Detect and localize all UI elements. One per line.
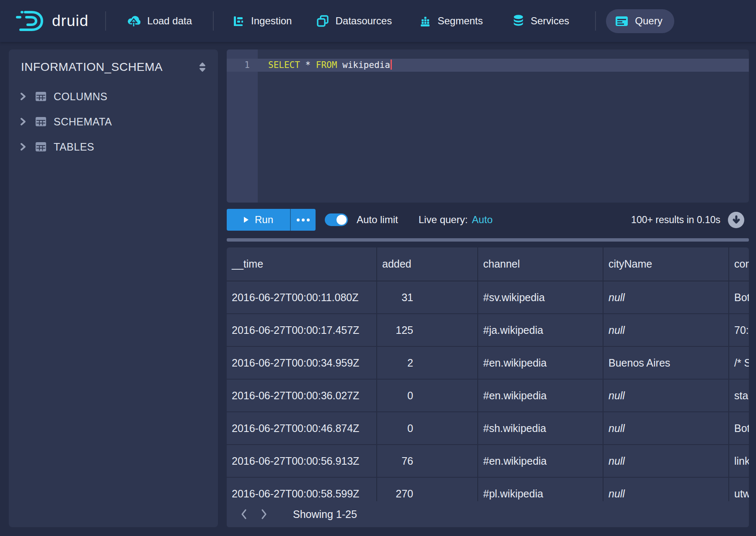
sql-editor[interactable]: 1 SELECT * FROM wikipedia [227,49,749,203]
nav-segments-label: Segments [438,15,483,27]
sql-identifier: wikipedia [337,60,390,70]
tree-item-label: SCHEMATA [54,116,112,128]
sort-double-caret-icon[interactable] [198,62,207,72]
cell-comment[interactable]: Bot [729,412,749,444]
line-number: 1 [227,59,258,72]
nav-datasources[interactable]: Datasources [317,15,392,27]
cell-added[interactable]: 31 [377,281,478,313]
run-button[interactable]: Run [227,209,290,231]
cell-comment[interactable]: Bot [729,281,749,313]
druid-logo-icon [15,9,47,33]
console-icon [615,15,628,28]
cell-cityname[interactable]: null [603,478,729,501]
table-row: 2016-06-27T00:00:46.874Z 0 #sh.wikipedia… [227,412,749,445]
chevron-right-icon[interactable] [19,92,27,101]
cell-time[interactable]: 2016-06-27T00:00:46.874Z [227,412,377,444]
top-navbar: druid Load data [0,0,756,42]
nav-ingestion[interactable]: Ingestion [233,15,292,27]
run-more-button[interactable] [290,209,316,231]
run-button-label: Run [255,214,273,226]
nav-services-label: Services [531,15,569,27]
cell-cityname[interactable]: Buenos Aires [603,347,729,379]
cell-time[interactable]: 2016-06-27T00:00:58.599Z [227,478,377,501]
schema-title: INFORMATION_SCHEMA [21,60,163,74]
cell-comment[interactable]: utw [729,478,749,501]
toggle-knob [337,215,347,225]
brand-name: druid [52,12,88,30]
live-query-value[interactable]: Auto [472,214,492,226]
cell-comment[interactable]: /* S [729,347,749,379]
results-panel: __time added channel cityName comment 20… [227,247,749,527]
table-icon [36,117,46,126]
cell-time[interactable]: 2016-06-27T00:00:34.959Z [227,347,377,379]
database-icon [513,15,524,27]
column-header-cityname[interactable]: cityName [603,247,729,281]
next-page-button[interactable] [254,504,274,524]
query-toolbar: Run Auto limit Live query: Auto 100+ res… [227,209,749,231]
cell-channel[interactable]: #en.wikipedia [478,445,603,477]
tree-item-columns[interactable]: COLUMNS [9,84,218,109]
table-row: 2016-06-27T00:00:56.913Z 76 #en.wikipedi… [227,445,749,478]
bar-chart-icon [419,16,431,27]
cell-time[interactable]: 2016-06-27T00:00:56.913Z [227,445,377,477]
live-query-label: Live query: [419,214,468,226]
cell-added[interactable]: 270 [377,478,478,501]
table-row: 2016-06-27T00:00:36.027Z 0 #en.wikipedia… [227,380,749,412]
column-header-time[interactable]: __time [227,247,377,281]
nav-load-data-label: Load data [147,15,192,27]
cell-cityname[interactable]: null [603,281,729,313]
nav-ingestion-label: Ingestion [251,15,292,27]
cell-channel[interactable]: #en.wikipedia [478,380,603,411]
table-row: 2016-06-27T00:00:34.959Z 2 #en.wikipedia… [227,347,749,380]
cell-time[interactable]: 2016-06-27T00:00:17.457Z [227,314,377,346]
column-header-added[interactable]: added [377,247,478,281]
cell-added[interactable]: 0 [377,412,478,444]
cell-channel[interactable]: #sh.wikipedia [478,412,603,444]
sql-keyword: FROM [316,60,337,70]
chevron-right-icon[interactable] [19,117,27,126]
column-header-channel[interactable]: channel [478,247,603,281]
more-dots-icon [307,219,310,221]
cell-channel[interactable]: #sv.wikipedia [478,281,603,313]
cell-added[interactable]: 76 [377,445,478,477]
navbar-divider [213,11,214,31]
cell-channel[interactable]: #pl.wikipedia [478,478,603,501]
cell-comment[interactable]: 70: [729,314,749,346]
cell-cityname[interactable]: null [603,412,729,444]
nav-query[interactable]: Query [606,9,674,33]
nav-segments[interactable]: Segments [419,15,483,27]
gantt-chart-icon [233,16,244,27]
prev-page-button[interactable] [234,504,254,524]
tree-item-schemata[interactable]: SCHEMATA [9,109,218,134]
sql-code-line[interactable]: SELECT * FROM wikipedia [268,59,392,72]
cell-comment[interactable]: sta [729,380,749,411]
chevron-right-icon[interactable] [19,142,27,151]
resize-splitter[interactable] [227,238,749,242]
cell-cityname[interactable]: null [603,314,729,346]
nav-services[interactable]: Services [513,15,569,27]
tree-item-label: TABLES [54,141,94,153]
table-icon [36,142,46,151]
schema-tree: COLUMNS SCHEMATA [9,84,218,159]
nav-load-data[interactable]: Load data [127,15,192,27]
cell-comment[interactable]: link [729,445,749,477]
tree-item-tables[interactable]: TABLES [9,134,218,159]
cell-time[interactable]: 2016-06-27T00:00:11.080Z [227,281,377,313]
cell-channel[interactable]: #en.wikipedia [478,347,603,379]
cell-cityname[interactable]: null [603,380,729,411]
cell-channel[interactable]: #ja.wikipedia [478,314,603,346]
download-button[interactable] [728,212,744,228]
cell-added[interactable]: 2 [377,347,478,379]
download-arrow-icon [732,215,740,224]
tree-item-label: COLUMNS [54,91,108,103]
cell-time[interactable]: 2016-06-27T00:00:36.027Z [227,380,377,411]
sql-star: * [300,60,316,70]
column-header-comment[interactable]: comment [729,247,749,281]
table-icon [36,92,46,101]
cell-cityname[interactable]: null [603,445,729,477]
druid-brand[interactable]: druid [15,9,88,33]
auto-limit-toggle[interactable] [325,213,348,226]
auto-limit-label: Auto limit [357,214,398,226]
cell-added[interactable]: 0 [377,380,478,411]
cell-added[interactable]: 125 [377,314,478,346]
